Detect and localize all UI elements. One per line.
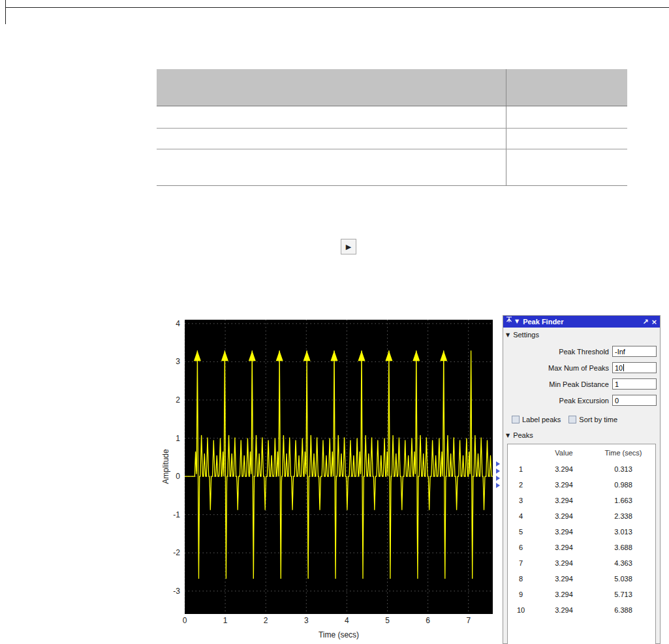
max-num-peaks-value: 10 — [615, 364, 623, 372]
peak-value: 3.294 — [534, 606, 594, 614]
peak-index: 1 — [508, 465, 534, 473]
x-tick-label: 4 — [345, 616, 349, 625]
peak-value: 3.294 — [534, 544, 594, 551]
x-tick-label: 0 — [183, 616, 187, 625]
table-row: 1 3.294 0.313 — [508, 461, 655, 477]
doc-table-header-row — [157, 69, 627, 106]
close-icon[interactable]: × — [651, 318, 657, 326]
peak-index: 9 — [508, 590, 534, 598]
dock-icon[interactable] — [506, 316, 512, 328]
peak-index: 4 — [508, 512, 534, 520]
label-peaks-checkbox[interactable] — [512, 416, 520, 423]
panel-title: Peak Finder — [521, 318, 640, 326]
peak-time: 0.313 — [594, 465, 653, 473]
table-row: 4 3.294 2.338 — [508, 508, 655, 524]
peak-time: 4.363 — [594, 559, 653, 567]
peak-threshold-input[interactable]: -Inf — [612, 346, 657, 357]
peak-time: 1.663 — [594, 497, 653, 504]
doc-table-row — [157, 106, 627, 129]
y-tick-label: 0 — [157, 472, 180, 481]
peak-value: 3.294 — [534, 590, 594, 598]
doc-table-cell — [157, 106, 506, 128]
doc-table-cell — [157, 129, 506, 149]
table-row: 7 3.294 4.363 — [508, 555, 655, 571]
popout-icon[interactable]: ↗ — [643, 318, 649, 326]
peak-time: 3.688 — [594, 544, 653, 551]
y-tick-label: 2 — [157, 395, 180, 405]
peak-value: 3.294 — [534, 465, 594, 473]
settings-label: Settings — [513, 331, 539, 339]
collapse-panel-icon[interactable]: ▼ — [515, 316, 519, 328]
peaks-section-header[interactable]: ▼ Peaks — [503, 428, 660, 441]
peaks-col-value: Value — [534, 449, 594, 457]
min-peak-distance-label: Min Peak Distance — [549, 380, 609, 388]
peak-excursion-label: Peak Excursion — [559, 397, 609, 405]
peaks-table: Value Time (secs) 1 3.294 0.313 2 3.294 … — [507, 444, 656, 644]
x-tick-label: 2 — [264, 616, 268, 625]
table-row: 9 3.294 5.713 — [508, 587, 655, 602]
peak-index: 7 — [508, 559, 534, 567]
peak-value: 3.294 — [534, 481, 594, 489]
table-row: 2 3.294 0.988 — [508, 477, 655, 493]
splitter-arrow-icon — [496, 476, 500, 481]
x-tick-label: 6 — [426, 616, 430, 625]
table-row: 5 3.294 3.013 — [508, 524, 655, 540]
x-tick-label: 7 — [466, 616, 471, 625]
text-caret — [623, 364, 624, 371]
doc-table-header-cell — [506, 69, 627, 106]
sort-by-time-checkbox[interactable] — [568, 416, 576, 423]
label-peaks-label: Label peaks — [522, 416, 561, 423]
section-collapse-icon: ▼ — [506, 433, 510, 438]
panel-splitter[interactable] — [496, 460, 500, 489]
scope-window: Amplitude Time (secs) ▼ Peak Finder ↗ × … — [157, 315, 661, 644]
field-row-peak-threshold: Peak Threshold -Inf — [503, 343, 660, 360]
peak-value: 3.294 — [534, 575, 594, 583]
play-icon: ▶ — [346, 243, 351, 251]
splitter-arrow-icon — [496, 461, 500, 467]
peak-value: 3.294 — [534, 512, 594, 520]
peak-time: 5.713 — [594, 590, 653, 598]
field-row-max-num-peaks: Max Num of Peaks 10 — [503, 360, 660, 376]
peak-value: 3.294 — [534, 528, 594, 536]
peak-time: 6.388 — [594, 606, 653, 614]
section-collapse-icon: ▼ — [506, 332, 510, 338]
settings-fields: Peak Threshold -Inf Max Num of Peaks 10 … — [503, 341, 660, 408]
y-tick-label: 4 — [157, 319, 180, 328]
peak-time: 2.338 — [594, 512, 653, 520]
doc-table-header-cell — [157, 69, 506, 106]
peaks-col-time: Time (secs) — [594, 449, 653, 457]
splitter-arrow-icon — [496, 483, 500, 488]
doc-table-cell — [157, 149, 506, 185]
doc-table-cell — [506, 149, 627, 185]
field-row-peak-excursion: Peak Excursion 0 — [503, 392, 660, 408]
run-button[interactable]: ▶ — [341, 239, 356, 254]
x-tick-label: 3 — [304, 616, 309, 625]
peak-threshold-value: -Inf — [615, 348, 625, 356]
peak-index: 2 — [508, 481, 534, 489]
peak-time: 0.988 — [594, 481, 653, 489]
peak-value: 3.294 — [534, 559, 594, 567]
x-tick-label: 5 — [385, 616, 390, 625]
peak-finder-titlebar[interactable]: ▼ Peak Finder ↗ × — [503, 316, 660, 328]
doc-table-row — [157, 149, 627, 185]
peak-index: 5 — [508, 528, 534, 536]
settings-section-header[interactable]: ▼ Settings — [503, 328, 660, 341]
peak-index: 8 — [508, 575, 534, 583]
peak-finder-panel: ▼ Peak Finder ↗ × ▼ Settings Peak Thresh… — [503, 315, 661, 644]
splitter-arrow-icon — [496, 468, 500, 474]
peak-excursion-value: 0 — [615, 397, 619, 405]
y-tick-label: 3 — [157, 357, 180, 366]
checkbox-row: Label peaks Sort by time — [503, 411, 660, 428]
y-tick-label: 1 — [157, 434, 180, 443]
y-tick-label: -2 — [157, 548, 180, 557]
page-margin-rule — [5, 0, 6, 24]
max-num-peaks-input[interactable]: 10 — [612, 362, 657, 373]
peaks-table-header: Value Time (secs) — [508, 444, 655, 461]
x-tick-label: 1 — [223, 616, 228, 625]
min-peak-distance-input[interactable]: 1 — [612, 378, 657, 390]
scope-plot — [185, 320, 493, 614]
peak-time: 5.038 — [594, 575, 653, 583]
peak-excursion-input[interactable]: 0 — [612, 395, 657, 406]
page-top-rule — [6, 7, 669, 8]
peak-index: 6 — [508, 544, 534, 551]
